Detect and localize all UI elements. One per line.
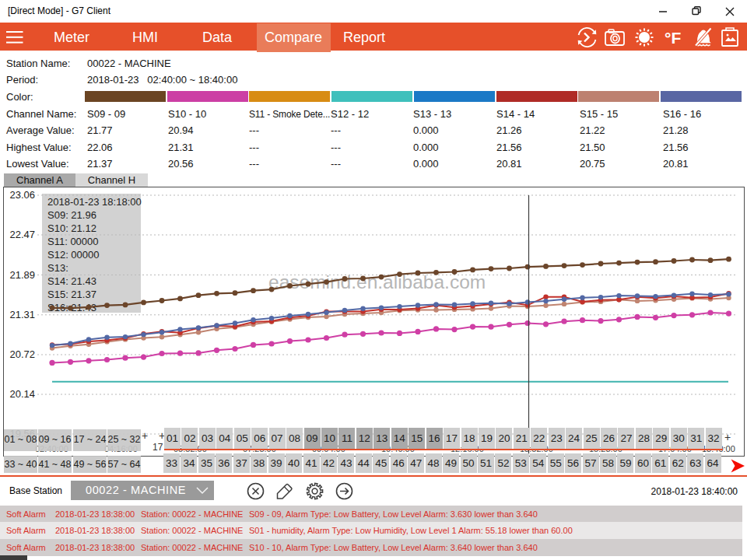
- svg-text:S12: 00000: S12: 00000: [47, 249, 100, 261]
- svg-text:S15: 21.37: S15: 21.37: [47, 289, 96, 300]
- svg-text:S13:: S13:: [47, 262, 68, 274]
- svg-text:S09: 21.96: S09: 21.96: [47, 209, 96, 221]
- svg-text:2018-01-23 18:18:00: 2018-01-23 18:18:00: [47, 196, 142, 208]
- svg-text:S11: 00000: S11: 00000: [47, 236, 99, 247]
- svg-text:S10: 21.12: S10: 21.12: [47, 222, 96, 234]
- svg-text:easemind.en.alibaba.com: easemind.en.alibaba.com: [268, 271, 486, 292]
- svg-text:S14: 21.43: S14: 21.43: [47, 275, 96, 287]
